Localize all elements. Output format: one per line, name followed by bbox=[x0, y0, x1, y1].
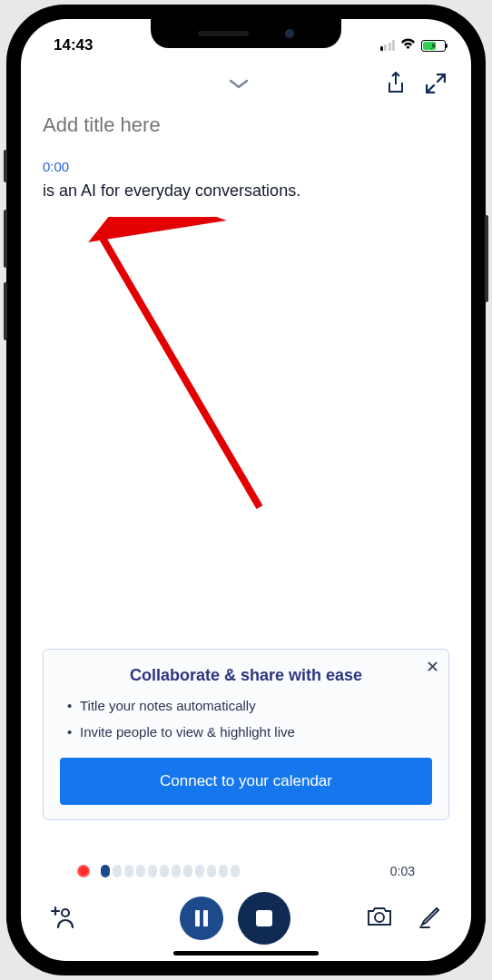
power-button bbox=[485, 215, 488, 302]
annotation-arrow bbox=[83, 217, 273, 516]
top-actions bbox=[21, 63, 471, 113]
highlight-pen-icon[interactable] bbox=[418, 905, 442, 932]
home-indicator[interactable] bbox=[173, 951, 319, 956]
player-controls bbox=[43, 892, 449, 945]
promo-title: Collaborate & share with ease bbox=[60, 666, 432, 685]
note-content: 0:00 is an AI for everyday conversations… bbox=[21, 113, 471, 202]
transcript-timestamp[interactable]: 0:00 bbox=[43, 159, 449, 174]
share-icon[interactable] bbox=[386, 72, 406, 99]
device-notch bbox=[151, 19, 341, 48]
phone-frame: 14:43 ⚡︎ bbox=[6, 5, 486, 975]
volume-down-button bbox=[4, 282, 7, 340]
add-person-icon[interactable] bbox=[50, 904, 75, 933]
transcript-text[interactable]: is an AI for everyday conversations. bbox=[43, 180, 449, 202]
close-icon[interactable]: ✕ bbox=[426, 657, 439, 677]
pause-button[interactable] bbox=[180, 897, 223, 940]
waveform-track[interactable] bbox=[101, 863, 364, 879]
elapsed-time: 0:03 bbox=[375, 864, 415, 878]
svg-point-2 bbox=[375, 913, 384, 922]
cellular-signal-icon bbox=[380, 40, 396, 51]
screen: 14:43 ⚡︎ bbox=[21, 19, 471, 961]
camera-icon[interactable] bbox=[366, 906, 393, 931]
mute-switch bbox=[4, 150, 7, 182]
wifi-icon bbox=[400, 37, 416, 54]
progress-row: 0:03 bbox=[43, 863, 449, 892]
expand-icon[interactable] bbox=[426, 74, 446, 97]
status-time: 14:43 bbox=[54, 36, 93, 54]
status-icons: ⚡︎ bbox=[380, 37, 447, 54]
recording-indicator-icon bbox=[77, 865, 90, 877]
collapse-chevron[interactable] bbox=[223, 72, 254, 99]
player-bar: 0:03 bbox=[21, 854, 471, 961]
battery-icon: ⚡︎ bbox=[421, 40, 446, 52]
title-input[interactable] bbox=[43, 113, 449, 137]
promo-list: Title your notes automatically Invite pe… bbox=[60, 698, 432, 740]
svg-point-1 bbox=[62, 909, 69, 916]
volume-up-button bbox=[4, 210, 7, 268]
promo-bullet: Title your notes automatically bbox=[67, 698, 425, 713]
svg-line-0 bbox=[101, 235, 260, 507]
promo-bullet: Invite people to view & highlight live bbox=[67, 724, 425, 740]
connect-calendar-button[interactable]: Connect to your calendar bbox=[60, 758, 432, 805]
stop-button[interactable] bbox=[238, 892, 290, 945]
promo-card: ✕ Collaborate & share with ease Title yo… bbox=[43, 649, 449, 820]
